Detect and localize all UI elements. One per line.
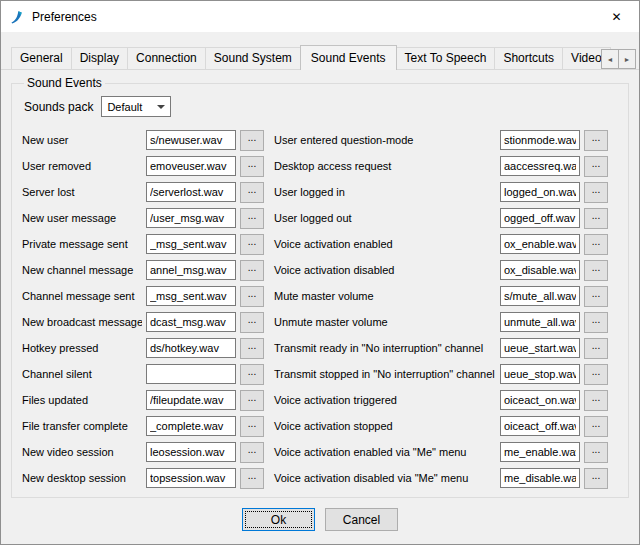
sound-file-input[interactable] [500,130,580,150]
browse-button[interactable]: ... [584,312,608,333]
sound-event-label: Voice activation disabled via "Me" menu [268,472,496,484]
sound-file-input[interactable] [500,182,580,202]
sound-event-row: Channel silent ... Transmit stopped in "… [22,361,618,387]
browse-button[interactable]: ... [584,130,608,151]
sound-event-row: New desktop session ... Voice activation… [22,465,618,491]
sound-file-input[interactable] [146,312,236,332]
browse-button[interactable]: ... [240,364,264,385]
browse-button[interactable]: ... [240,208,264,229]
tab-bar: General Display Connection Sound System … [1,32,639,70]
sound-event-label: Channel message sent [22,290,142,302]
sound-event-row: File transfer complete ... Voice activat… [22,413,618,439]
tab-general[interactable]: General [11,47,72,69]
sound-event-label: Transmit stopped in "No interruption" ch… [268,368,496,380]
browse-button[interactable]: ... [240,156,264,177]
browse-button[interactable]: ... [240,468,264,489]
sound-file-input[interactable] [146,364,236,384]
sound-event-row: Hotkey pressed ... Transmit ready in "No… [22,335,618,361]
sound-file-input[interactable] [146,390,236,410]
sound-file-input[interactable] [146,156,236,176]
sound-event-label: Files updated [22,394,142,406]
browse-button[interactable]: ... [240,234,264,255]
sound-event-label: Channel silent [22,368,142,380]
browse-button[interactable]: ... [240,442,264,463]
browse-button[interactable]: ... [584,364,608,385]
sound-file-input[interactable] [500,312,580,332]
ok-button[interactable]: Ok [242,508,315,531]
sound-file-input[interactable] [500,364,580,384]
browse-button[interactable]: ... [584,468,608,489]
sound-file-input[interactable] [500,234,580,254]
sound-event-row: New channel message ... Voice activation… [22,257,618,283]
browse-button[interactable]: ... [584,442,608,463]
sound-event-row: New video session ... Voice activation e… [22,439,618,465]
tab-scroll-controls: ◄ ► [602,49,636,69]
sound-file-input[interactable] [500,208,580,228]
browse-button[interactable]: ... [240,286,264,307]
sound-event-row: New broadcast message ... Unmute master … [22,309,618,335]
browse-button[interactable]: ... [584,182,608,203]
browse-button[interactable]: ... [584,260,608,281]
sound-file-input[interactable] [146,208,236,228]
close-button[interactable]: ✕ [594,1,639,32]
browse-button[interactable]: ... [584,416,608,437]
browse-button[interactable]: ... [584,286,608,307]
browse-button[interactable]: ... [240,130,264,151]
sound-file-input[interactable] [146,182,236,202]
browse-button[interactable]: ... [584,390,608,411]
tab-text-to-speech[interactable]: Text To Speech [396,47,496,69]
sound-event-label: Voice activation enabled via "Me" menu [268,446,496,458]
window-title: Preferences [32,10,97,24]
sound-event-label: New desktop session [22,472,142,484]
sound-file-input[interactable] [500,468,580,488]
sound-events-grid: New user ... User entered question-mode … [22,127,618,491]
sounds-pack-row: Sounds pack Default [24,96,618,117]
tab-sound-system[interactable]: Sound System [205,47,301,69]
sounds-pack-select[interactable]: Default [101,96,171,117]
sound-event-label: User logged in [268,186,496,198]
tab-sound-events[interactable]: Sound Events [300,45,397,70]
sound-event-label: Hotkey pressed [22,342,142,354]
sound-event-label: User entered question-mode [268,134,496,146]
browse-button[interactable]: ... [240,260,264,281]
sound-file-input[interactable] [146,416,236,436]
preferences-dialog: Preferences ✕ General Display Connection… [0,0,640,545]
browse-button[interactable]: ... [584,338,608,359]
sounds-pack-value: Default [107,101,142,113]
tab-scroll-right-icon[interactable]: ► [618,49,636,69]
chevron-down-icon [157,105,165,109]
sound-file-input[interactable] [146,442,236,462]
sound-file-input[interactable] [146,260,236,280]
sound-event-label: Transmit ready in "No interruption" chan… [268,342,496,354]
sound-file-input[interactable] [500,338,580,358]
tab-shortcuts[interactable]: Shortcuts [494,47,563,69]
sound-event-label: Voice activation triggered [268,394,496,406]
cancel-button[interactable]: Cancel [325,508,398,531]
browse-button[interactable]: ... [240,416,264,437]
browse-button[interactable]: ... [584,208,608,229]
browse-button[interactable]: ... [240,182,264,203]
sound-file-input[interactable] [500,390,580,410]
sound-event-label: New user [22,134,142,146]
sound-file-input[interactable] [146,286,236,306]
browse-button[interactable]: ... [240,338,264,359]
sound-file-input[interactable] [146,338,236,358]
sound-file-input[interactable] [146,468,236,488]
browse-button[interactable]: ... [584,234,608,255]
browse-button[interactable]: ... [240,312,264,333]
sound-events-group: Sound Events Sounds pack Default New use… [11,76,629,498]
tab-connection[interactable]: Connection [127,47,206,69]
sound-file-input[interactable] [146,234,236,254]
dialog-footer: Ok Cancel [1,498,639,545]
browse-button[interactable]: ... [584,156,608,177]
sound-event-row: Files updated ... Voice activation trigg… [22,387,618,413]
sound-file-input[interactable] [146,130,236,150]
sound-file-input[interactable] [500,442,580,462]
sound-file-input[interactable] [500,286,580,306]
sound-file-input[interactable] [500,260,580,280]
tab-scroll-left-icon[interactable]: ◄ [601,49,619,69]
sound-file-input[interactable] [500,156,580,176]
tab-display[interactable]: Display [71,47,128,69]
browse-button[interactable]: ... [240,390,264,411]
sound-file-input[interactable] [500,416,580,436]
